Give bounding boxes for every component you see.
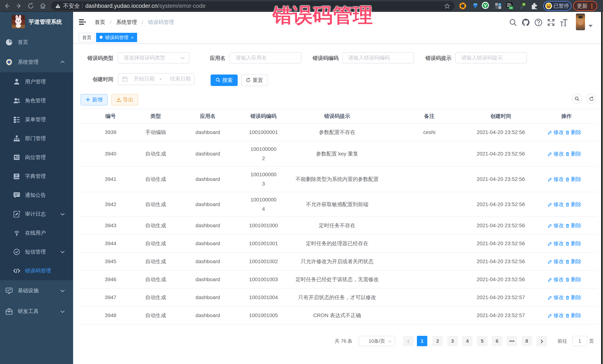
svg-text:on: on [510, 7, 512, 9]
